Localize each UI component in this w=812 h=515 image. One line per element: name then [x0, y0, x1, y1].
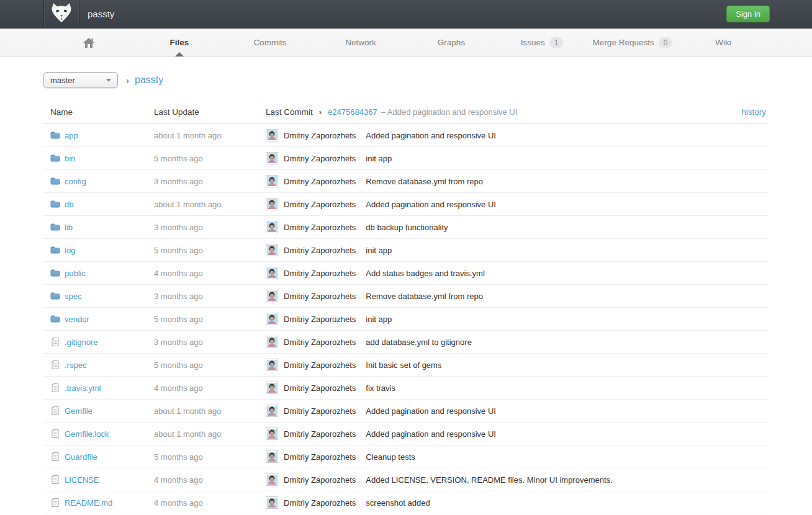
commit-author: Dmitriy Zaporozhets	[284, 361, 356, 370]
branch-selector-value: master	[50, 76, 75, 85]
file-icon	[50, 475, 60, 485]
file-name-link[interactable]: vendor	[65, 315, 89, 324]
commit-author: Dmitriy Zaporozhets	[284, 223, 356, 232]
avatar	[266, 221, 278, 233]
commit-message: fix travis	[366, 383, 395, 393]
avatar	[266, 244, 278, 256]
file-icon	[50, 406, 60, 416]
commit-author: Dmitriy Zaporozhets	[284, 475, 356, 485]
table-row: app about 1 month ago Dmitriy Zaporozhet…	[43, 124, 769, 147]
branch-selector[interactable]: master	[43, 72, 118, 88]
table-row: bin 5 months ago Dmitriy Zaporozhets ini…	[43, 147, 769, 170]
tab-files[interactable]: Files	[134, 29, 225, 56]
last-update-text: 3 months ago	[154, 292, 266, 301]
file-name-link[interactable]: log	[65, 246, 75, 255]
avatar	[266, 450, 278, 463]
history-link[interactable]: history	[741, 107, 766, 117]
avatar	[266, 336, 278, 348]
tab-wiki[interactable]: Wiki	[678, 29, 769, 56]
avatar	[266, 359, 278, 371]
file-name-link[interactable]: LICENSE	[65, 475, 99, 485]
commit-author: Dmitriy Zaporozhets	[284, 429, 356, 439]
last-update-text: about 1 month ago	[154, 200, 266, 209]
tab-issues[interactable]: Issues 1	[497, 29, 587, 56]
last-update-text: about 1 month ago	[154, 429, 266, 439]
header-last-update: Last Update	[154, 107, 266, 117]
table-row: .rspec 5 months ago Dmitriy Zaporozhets …	[43, 354, 769, 377]
table-row: lib 3 months ago Dmitriy Zaporozhets db …	[43, 216, 769, 239]
folder-icon	[50, 130, 60, 140]
tab-count-badge: 0	[659, 37, 673, 48]
folder-icon	[50, 222, 60, 232]
file-icon	[50, 429, 60, 439]
sign-in-button[interactable]: Sign in	[726, 6, 770, 22]
last-update-text: about 1 month ago	[154, 131, 266, 140]
avatar	[266, 473, 278, 486]
last-update-text: 5 months ago	[154, 361, 266, 370]
top-navbar: passty Sign in	[0, 0, 812, 29]
tab-commits[interactable]: Commits	[225, 29, 315, 56]
tab-label: Merge Requests	[593, 38, 654, 47]
commit-message: Added pagination and responsive UI	[366, 406, 496, 416]
last-update-text: 5 months ago	[154, 452, 266, 462]
chevron-down-icon	[106, 79, 111, 82]
table-row: public 4 months ago Dmitriy Zaporozhets …	[43, 262, 769, 285]
table-row: spec 3 months ago Dmitriy Zaporozhets Re…	[43, 285, 769, 308]
tab-network[interactable]: Network	[315, 29, 406, 56]
file-name-link[interactable]: config	[65, 177, 86, 186]
last-update-text: 3 months ago	[154, 338, 266, 347]
commit-sha-link[interactable]: e2475684367	[328, 107, 377, 117]
ref-bar: master › passty	[43, 72, 769, 88]
avatar	[266, 152, 278, 164]
commit-author: Dmitriy Zaporozhets	[284, 131, 356, 140]
file-icon	[50, 498, 60, 508]
last-update-text: 5 months ago	[154, 315, 266, 324]
tab-label: Network	[345, 38, 376, 47]
avatar	[266, 428, 278, 440]
commit-message: init app	[366, 246, 392, 255]
file-icon	[50, 383, 60, 393]
file-name-link[interactable]: app	[65, 131, 78, 140]
file-tree-table: Name Last Update Last Commit › e24756843…	[43, 101, 769, 514]
file-name-link[interactable]: Gemfile	[65, 406, 92, 416]
file-name-link[interactable]: .gitignore	[65, 338, 97, 347]
commit-message: Add status badges and travis.yml	[366, 269, 485, 278]
file-name-link[interactable]: spec	[65, 292, 81, 301]
folder-icon	[50, 268, 60, 278]
file-name-link[interactable]: .rspec	[65, 361, 86, 370]
file-name-link[interactable]: public	[65, 269, 86, 278]
tab-label: Wiki	[715, 38, 731, 47]
commit-author: Dmitriy Zaporozhets	[284, 406, 356, 416]
breadcrumb-project-link[interactable]: passty	[135, 74, 163, 86]
avatar	[266, 175, 278, 187]
file-name-link[interactable]: db	[65, 200, 73, 209]
tab-merge-requests[interactable]: Merge Requests 0	[587, 29, 678, 56]
commit-message: Added pagination and responsive UI	[366, 131, 496, 140]
folder-icon	[50, 176, 60, 186]
file-name-link[interactable]: .travis.yml	[65, 383, 101, 393]
tab-label: Commits	[253, 38, 286, 47]
header-name: Name	[43, 107, 154, 117]
file-name-link[interactable]: Guardfile	[65, 452, 97, 462]
commit-message: Remove database.yml from repo	[366, 292, 483, 301]
tab-label: Issues	[521, 38, 545, 47]
commit-message: init app	[366, 315, 392, 324]
table-row: Guardfile 5 months ago Dmitriy Zaporozhe…	[43, 446, 769, 468]
file-icon	[50, 452, 60, 462]
tab-label: Files	[170, 38, 189, 47]
commit-author: Dmitriy Zaporozhets	[284, 246, 356, 255]
chevron-right-icon: ›	[319, 107, 322, 117]
table-row: .travis.yml 4 months ago Dmitriy Zaporoz…	[43, 377, 769, 400]
tab-home[interactable]	[43, 29, 134, 56]
file-name-link[interactable]: lib	[65, 223, 73, 232]
file-name-link[interactable]: Gemfile.lock	[65, 429, 109, 439]
table-row: vendor 5 months ago Dmitriy Zaporozhets …	[43, 308, 769, 331]
last-update-text: 3 months ago	[154, 223, 266, 232]
file-name-link[interactable]: bin	[65, 154, 75, 163]
tab-graphs[interactable]: Graphs	[406, 29, 497, 56]
file-name-link[interactable]: README.md	[65, 498, 112, 508]
page-title: passty	[79, 0, 114, 28]
folder-icon	[50, 314, 60, 324]
app-logo[interactable]	[43, 0, 79, 28]
tree-header-row: Name Last Update Last Commit › e24756843…	[43, 101, 769, 124]
